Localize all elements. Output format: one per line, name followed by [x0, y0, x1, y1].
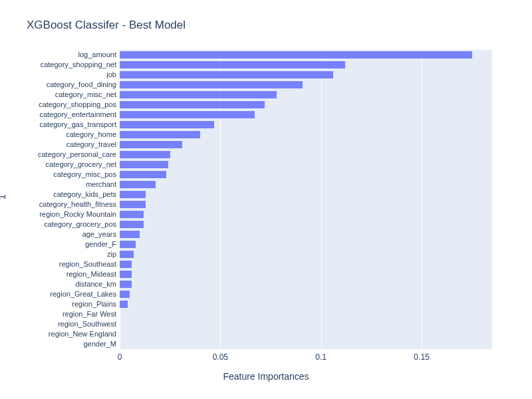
bar[interactable]	[120, 251, 134, 258]
bar[interactable]	[120, 291, 130, 298]
bar[interactable]	[120, 241, 136, 248]
y-tick-label: log_amount	[3, 51, 116, 59]
chart-title: XGBoost Classifer - Best Model	[27, 19, 186, 32]
y-tick-label: distance_km	[3, 281, 116, 288]
y-tick-label: region_Rocky Mountain	[3, 211, 116, 218]
y-tick-label: category_shopping_net	[3, 61, 116, 68]
bar[interactable]	[120, 91, 277, 98]
bar[interactable]	[120, 271, 132, 278]
y-tick-label: category_kids_pets	[3, 191, 116, 198]
bar[interactable]	[120, 181, 156, 188]
y-tick-label: gender_M	[3, 340, 116, 348]
y-tick-label: region_Plains	[3, 301, 116, 308]
y-tick-label: category_grocery_pos	[3, 221, 116, 228]
bar[interactable]	[120, 281, 132, 288]
bar[interactable]	[120, 61, 345, 68]
chart-container: XGBoost Classifer - Best Model 1 log_amo…	[0, 0, 532, 399]
y-tick-label: zip	[3, 251, 116, 258]
y-tick-label: region_Great_Lakes	[3, 291, 116, 298]
y-tick-label: region_Southeast	[3, 261, 116, 268]
y-tick-label: category_home	[3, 131, 116, 138]
y-tick-label: category_misc_pos	[3, 171, 116, 178]
y-tick-label: region_Far West	[3, 311, 116, 318]
bar[interactable]	[120, 171, 166, 178]
bar[interactable]	[120, 71, 333, 78]
plot-area[interactable]	[120, 50, 492, 349]
y-tick-label: category_grocery_net	[3, 161, 116, 168]
bar[interactable]	[120, 111, 255, 118]
y-tick-label: merchant	[3, 181, 116, 188]
bar[interactable]	[120, 261, 132, 268]
x-axis-title: Feature Importances	[0, 371, 532, 382]
y-tick-label: category_personal_care	[3, 151, 116, 158]
y-tick-label: age_years	[3, 231, 116, 238]
bar[interactable]	[120, 151, 170, 158]
y-tick-label: region_Mideast	[3, 271, 116, 278]
y-tick-label: category_health_fitness	[3, 201, 116, 208]
bar[interactable]	[120, 201, 146, 208]
y-tick-label: region_Southwest	[3, 321, 116, 328]
gridline	[321, 50, 322, 349]
y-tick-label: job	[3, 71, 116, 78]
bar[interactable]	[120, 81, 303, 88]
gridline	[422, 50, 422, 349]
x-tick: 0	[118, 352, 122, 362]
bar[interactable]	[120, 211, 144, 218]
bar[interactable]	[120, 131, 200, 138]
bar[interactable]	[120, 301, 128, 308]
y-tick-label: category_entertainment	[3, 111, 116, 118]
y-tick-label: category_shopping_pos	[3, 101, 116, 108]
bar[interactable]	[120, 231, 140, 238]
x-tick: 0.05	[213, 352, 228, 362]
y-tick-label: category_gas_transport	[3, 121, 116, 128]
bar[interactable]	[120, 161, 168, 168]
bar[interactable]	[120, 191, 146, 198]
y-tick-label: region_New England	[3, 331, 116, 338]
y-tick-label: gender_F	[3, 241, 116, 248]
bar[interactable]	[120, 101, 265, 108]
x-tick: 0.15	[414, 352, 429, 362]
bar[interactable]	[120, 141, 182, 148]
y-tick-label: category_food_dining	[3, 81, 116, 88]
y-tick-label: category_misc_net	[3, 91, 116, 98]
y-tick-label: category_travel	[3, 141, 116, 148]
bar[interactable]	[120, 221, 144, 228]
bar[interactable]	[120, 51, 472, 59]
bar[interactable]	[120, 121, 214, 128]
x-tick: 0.1	[315, 352, 327, 362]
